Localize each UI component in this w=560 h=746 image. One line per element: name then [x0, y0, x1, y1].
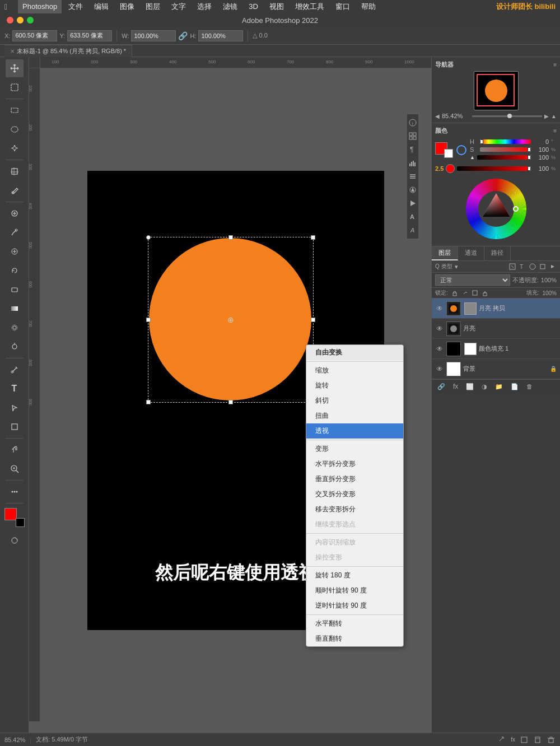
foreground-color[interactable] [4, 508, 17, 520]
lock-all-icon[interactable] [482, 290, 488, 296]
ctx-rotate90ccw[interactable]: 逆时针旋转 90 度 [306, 598, 403, 613]
zoom-out-icon[interactable]: ◀ [435, 113, 440, 119]
menu-file[interactable]: 文件 [64, 0, 87, 13]
type-icon[interactable]: A [408, 212, 418, 222]
transform-handle-tc[interactable] [228, 235, 233, 240]
mask-status-icon[interactable] [520, 735, 529, 744]
play-icon[interactable] [408, 198, 418, 208]
zoom-mountain-icon[interactable]: ▲ [551, 113, 557, 119]
new-layer-status-icon[interactable] [533, 735, 542, 744]
background-color[interactable] [16, 518, 25, 527]
menu-view[interactable]: 视图 [265, 0, 288, 13]
tab-paths[interactable]: 路径 [484, 246, 511, 260]
filter-dropdown-icon[interactable]: ▾ [455, 263, 458, 271]
layer-item-2[interactable]: 👁 颜色填充 1 [432, 339, 560, 359]
move-tool[interactable] [6, 59, 24, 77]
grid-icon[interactable] [408, 131, 418, 141]
document-tab[interactable]: ✕ 未标题-1 @ 85.4% (月亮 拷贝, RGB/8) * [4, 45, 132, 57]
tab-close-icon[interactable]: ✕ [10, 48, 15, 54]
y-input[interactable] [67, 30, 112, 41]
hand-tool[interactable] [6, 441, 24, 459]
tab-channels[interactable]: 通道 [458, 246, 484, 260]
menu-help[interactable]: 帮助 [357, 0, 380, 13]
trash-status-icon[interactable] [547, 735, 556, 744]
filter-icon-smart[interactable] [549, 263, 557, 271]
lock-pos-icon[interactable] [461, 290, 468, 296]
color-mode-icon[interactable] [456, 145, 466, 155]
heal-tool[interactable] [6, 204, 24, 222]
transform-handle-bl[interactable] [146, 400, 151, 404]
ctx-skew[interactable]: 斜切 [306, 393, 403, 408]
filter-icon-adj[interactable] [529, 263, 536, 271]
layer-eye-1[interactable]: 👁 [435, 324, 444, 333]
ctx-xsplit[interactable]: 交叉拆分变形 [306, 487, 403, 502]
layer-item-3[interactable]: 👁 背景 🔒 [432, 359, 560, 379]
paragraph-icon[interactable]: ¶ [408, 144, 418, 155]
menu-image[interactable]: 图像 [115, 0, 139, 13]
path-select-tool[interactable] [6, 399, 24, 417]
ctx-rotate90cw[interactable]: 顺时针旋转 90 度 [306, 583, 403, 598]
gradient-tool[interactable] [6, 300, 24, 318]
link-layers-btn[interactable]: 🔗 [435, 382, 447, 391]
zoom-tool[interactable] [6, 460, 24, 478]
extra-tools[interactable] [6, 483, 24, 501]
brush-tool[interactable] [6, 223, 24, 241]
history-brush-tool[interactable] [6, 262, 24, 279]
h-input[interactable] [198, 30, 243, 41]
lasso-tool[interactable] [6, 120, 24, 138]
eraser-tool[interactable] [6, 281, 24, 299]
color-panel-expand[interactable]: ≡ [553, 128, 557, 134]
dodge-tool[interactable] [6, 338, 24, 356]
fx-btn[interactable]: fx [451, 381, 460, 391]
filter-icon-text[interactable]: T [519, 263, 526, 271]
navigator-expand-icon[interactable]: ≡ [553, 62, 557, 68]
transform-handle-bc[interactable] [228, 400, 233, 404]
close-button[interactable] [7, 17, 13, 24]
delete-layer-btn[interactable]: 🗑 [524, 382, 535, 391]
zoom-slider[interactable] [472, 115, 542, 117]
tab-layers[interactable]: 图层 [432, 246, 458, 260]
properties-icon[interactable] [408, 171, 418, 181]
menu-plugin[interactable]: 增效工具 [291, 0, 329, 13]
marquee-tool[interactable] [6, 101, 24, 119]
b-slider-2[interactable] [457, 166, 531, 171]
text-tool[interactable]: T [6, 380, 24, 398]
ctx-vsplit[interactable]: 垂直拆分变形 [306, 472, 403, 487]
hue-slider[interactable] [480, 139, 531, 144]
link-icon[interactable] [497, 735, 506, 744]
adjustment-layer-btn[interactable]: ◑ [479, 382, 489, 391]
italic-icon[interactable]: A [408, 225, 418, 235]
transform-handle-tl[interactable] [146, 235, 151, 240]
zoom-in-icon[interactable]: ▶ [544, 113, 549, 119]
ctx-perspective[interactable]: 透视 [306, 423, 403, 439]
quick-mask-tool[interactable] [6, 531, 24, 549]
ctx-warp[interactable]: 变形 [306, 441, 403, 456]
shape-tool[interactable] [6, 418, 24, 436]
pen-tool[interactable] [6, 361, 24, 379]
wand-tool[interactable] [6, 139, 24, 157]
layer-eye-2[interactable]: 👁 [435, 344, 444, 353]
artboard-tool[interactable] [6, 78, 24, 96]
new-layer-btn[interactable]: 📄 [508, 382, 521, 391]
filter-icon-shape[interactable] [539, 263, 547, 271]
ctx-rotate[interactable]: 旋转 [306, 378, 403, 393]
menu-filter[interactable]: 滤镜 [218, 0, 242, 13]
ctx-hsplit[interactable]: 水平拆分变形 [306, 456, 403, 472]
menu-edit[interactable]: 编辑 [90, 0, 113, 13]
layer-eye-0[interactable]: 👁 [435, 304, 444, 313]
layer-eye-3[interactable]: 👁 [435, 365, 444, 374]
transform-handle-ml[interactable] [146, 318, 151, 322]
menu-photoshop[interactable]: Photoshop [18, 0, 62, 13]
ctx-flip-h[interactable]: 水平翻转 [306, 616, 403, 631]
ctx-remove-split[interactable]: 移去变形拆分 [306, 502, 403, 517]
info-icon[interactable]: i [408, 118, 418, 128]
ctx-scale[interactable]: 缩放 [306, 363, 403, 378]
minimize-button[interactable] [17, 17, 24, 24]
ctx-distort[interactable]: 扭曲 [306, 408, 403, 423]
lock-pixel-icon[interactable] [451, 290, 458, 296]
histogram-icon[interactable] [408, 158, 418, 168]
clone-tool[interactable] [6, 243, 24, 260]
fg-bg-swatch[interactable] [435, 142, 453, 158]
menu-3d[interactable]: 3D [244, 0, 263, 13]
layer-item-0[interactable]: 👁 月亮 拷贝 [432, 299, 560, 319]
